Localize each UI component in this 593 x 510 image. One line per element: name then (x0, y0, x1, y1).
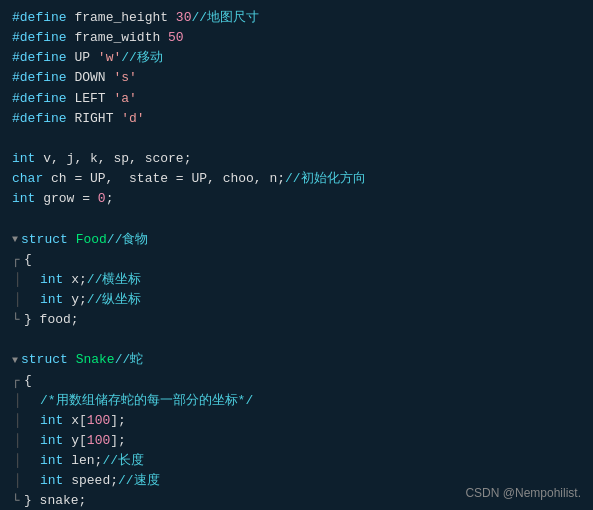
blank-line-2 (12, 209, 581, 229)
code-line-1: #define frame_height 30//地图尺寸 (12, 8, 581, 28)
struct-food-open: ┌{ (12, 250, 581, 270)
struct-food-header: ▼struct Food//食物 (12, 230, 581, 250)
code-line-8: char ch = UP, state = UP, choo, n;//初始化方… (12, 169, 581, 189)
struct-food-x: │int x;//横坐标 (12, 270, 581, 290)
struct-food-y: │int y;//纵坐标 (12, 290, 581, 310)
keyword-define: #define (12, 8, 74, 28)
struct-snake-len: │int len;//长度 (12, 451, 581, 471)
code-line-2: #define frame_width 50 (12, 28, 581, 48)
struct-food-block: ▼struct Food//食物 ┌{ │int x;//横坐标 │int y;… (12, 230, 581, 331)
watermark: CSDN @Nempohilist. (465, 486, 581, 500)
blank-line-1 (12, 129, 581, 149)
code-container: #define frame_height 30//地图尺寸 #define fr… (0, 0, 593, 510)
blank-line-3 (12, 330, 581, 350)
struct-snake-y: │int y[100]; (12, 431, 581, 451)
struct-snake-header: ▼struct Snake//蛇 (12, 350, 581, 370)
struct-food-close: └} food; (12, 310, 581, 330)
code-line-9: int grow = 0; (12, 189, 581, 209)
code-line-7: int v, j, k, sp, score; (12, 149, 581, 169)
code-line-3: #define UP 'w'//移动 (12, 48, 581, 68)
struct-snake-open: ┌{ (12, 371, 581, 391)
struct-snake-x: │int x[100]; (12, 411, 581, 431)
fold-icon-food: ▼ (12, 232, 18, 248)
code-line-5: #define LEFT 'a' (12, 89, 581, 109)
code-line-4: #define DOWN 's' (12, 68, 581, 88)
fold-icon-snake: ▼ (12, 353, 18, 369)
struct-snake-comment: │/*用数组储存蛇的每一部分的坐标*/ (12, 391, 581, 411)
code-line-6: #define RIGHT 'd' (12, 109, 581, 129)
